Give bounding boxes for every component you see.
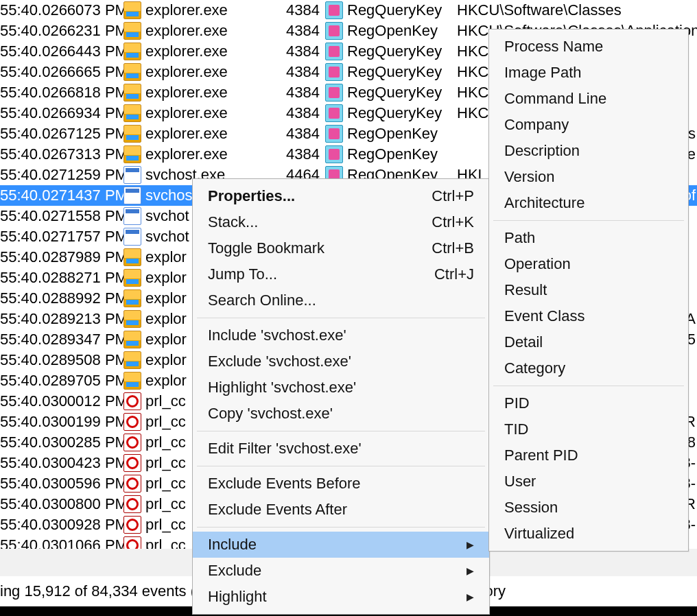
cell-process: explorer.exe (123, 144, 280, 165)
process-name-label: prl_cc (145, 391, 186, 412)
cell-time: 55:40.0287989 PM (0, 247, 123, 268)
event-context-menu[interactable]: Properties...Ctrl+PStack...Ctrl+KToggle … (192, 178, 490, 615)
process-name-label: svchot (145, 206, 189, 226)
menu-item[interactable]: TID (489, 416, 688, 442)
menu-item-label: Include (208, 536, 454, 554)
process-name-label: prl_cc (145, 494, 186, 514)
process-name-label: explor (145, 268, 187, 288)
cell-process: explorer.exe (123, 62, 280, 82)
cell-time: 55:40.0271757 PM (0, 226, 123, 247)
process-name-label: prl_cc (145, 514, 186, 535)
menu-item[interactable]: Category (489, 355, 688, 381)
menu-item[interactable]: Exclude▶ (193, 558, 489, 584)
process-name-label: explor (145, 329, 187, 350)
submenu-arrow-icon: ▶ (466, 539, 474, 550)
menu-item[interactable]: Virtualized (489, 521, 688, 547)
menu-item[interactable]: Process Name (489, 34, 688, 60)
menu-item[interactable]: Include▶ (193, 532, 489, 558)
menu-item-label: Category (504, 359, 673, 377)
cell-time: 55:40.0267313 PM (0, 144, 123, 165)
menu-item-label: Search Online... (208, 292, 474, 309)
menu-item[interactable]: User (489, 469, 688, 495)
menu-item[interactable]: Copy 'svchost.exe' (193, 401, 489, 427)
process-name-label: explorer.exe (145, 103, 228, 123)
menu-item-label: Session (504, 499, 673, 517)
menu-item[interactable]: Search Online... (193, 287, 489, 313)
process-icon (123, 104, 141, 122)
menu-item[interactable]: Exclude 'svchost.exe' (193, 348, 489, 375)
cell-pid: 4384 (280, 21, 325, 41)
menu-item[interactable]: Stack...Ctrl+K (193, 209, 489, 235)
menu-item[interactable]: Exclude Events After (193, 497, 489, 523)
operation-icon (325, 125, 343, 143)
operation-icon (325, 43, 343, 60)
menu-item[interactable]: Description (489, 138, 688, 164)
menu-item[interactable]: Result (489, 277, 688, 303)
include-submenu[interactable]: Process NameImage PathCommand LineCompan… (488, 29, 689, 552)
menu-item[interactable]: Command Line (489, 86, 688, 112)
cell-time: 55:40.0266934 PM (0, 103, 123, 123)
event-row[interactable]: 55:40.0266073 PMexplorer.exe4384RegQuery… (0, 0, 697, 21)
cell-operation: RegOpenKey (325, 21, 456, 41)
operation-label: RegQueryKey (347, 62, 442, 82)
menu-item-label: Toggle Bookmark (208, 239, 432, 257)
process-icon (123, 145, 141, 163)
menu-item[interactable]: Toggle BookmarkCtrl+B (193, 235, 489, 261)
menu-item[interactable]: Highlight▶ (193, 584, 489, 610)
process-name-label: explorer.exe (145, 82, 228, 103)
process-icon (123, 516, 141, 534)
process-name-label: prl_cc (145, 473, 186, 494)
menu-item-label: Company (504, 116, 673, 134)
menu-separator (197, 318, 485, 318)
menu-item-label: Description (504, 142, 673, 160)
menu-item[interactable]: Highlight 'svchost.exe' (193, 375, 489, 401)
menu-item[interactable]: Event Class (489, 303, 688, 329)
cell-time: 55:40.0266073 PM (0, 0, 123, 21)
menu-item-accelerator: Ctrl+K (432, 213, 474, 231)
menu-item[interactable]: PID (489, 390, 688, 416)
menu-item[interactable]: Operation (489, 251, 688, 277)
cell-time: 55:40.0300423 PM (0, 453, 123, 473)
menu-item[interactable]: Detail (489, 329, 688, 355)
menu-item[interactable]: Company (489, 112, 688, 138)
menu-item-label: Properties... (208, 187, 432, 205)
menu-item[interactable]: Include 'svchost.exe' (193, 322, 489, 348)
menu-item-accelerator: Ctrl+P (432, 187, 474, 205)
cell-time: 55:40.0271259 PM (0, 165, 123, 185)
menu-item-label: Command Line (504, 90, 673, 108)
menu-item-label: Copy 'svchost.exe' (208, 405, 474, 423)
cell-time: 55:40.0266665 PM (0, 62, 123, 82)
cell-time: 55:40.0289508 PM (0, 350, 123, 370)
menu-item[interactable]: Image Path (489, 60, 688, 86)
menu-item[interactable]: Architecture (489, 190, 688, 216)
cell-operation: RegOpenKey (325, 123, 456, 144)
menu-item[interactable]: Version (489, 164, 688, 190)
menu-item[interactable]: Properties...Ctrl+P (193, 183, 489, 209)
cell-process: explorer.exe (123, 0, 280, 21)
cell-time: 55:40.0300928 PM (0, 514, 123, 535)
process-name-label: explorer.exe (145, 21, 228, 41)
process-name-label: explorer.exe (145, 144, 228, 165)
process-name-label: prl_cc (145, 535, 186, 549)
process-name-label: prl_cc (145, 453, 186, 473)
process-name-label: prl_cc (145, 412, 186, 432)
process-icon (123, 63, 141, 81)
process-name-label: explorer.exe (145, 62, 228, 82)
cell-time: 55:40.0288271 PM (0, 268, 123, 288)
process-name-label: explorer.exe (145, 41, 228, 62)
menu-item[interactable]: Jump To...Ctrl+J (193, 261, 489, 287)
menu-item[interactable]: Exclude Events Before (193, 471, 489, 497)
operation-icon (325, 104, 343, 122)
menu-item[interactable]: Path (489, 225, 688, 251)
operation-label: RegOpenKey (347, 144, 438, 165)
menu-item[interactable]: Parent PID (489, 442, 688, 469)
menu-item[interactable]: Edit Filter 'svchost.exe' (193, 436, 489, 462)
cell-time: 55:40.0267125 PM (0, 123, 123, 144)
process-icon (123, 495, 141, 513)
operation-label: RegQueryKey (347, 0, 442, 21)
process-name-label: explor (145, 309, 187, 329)
cell-pid: 4384 (280, 41, 325, 62)
cell-path: HKCU\Software\Classes (456, 0, 697, 21)
process-icon (123, 125, 141, 143)
menu-item[interactable]: Session (489, 495, 688, 521)
